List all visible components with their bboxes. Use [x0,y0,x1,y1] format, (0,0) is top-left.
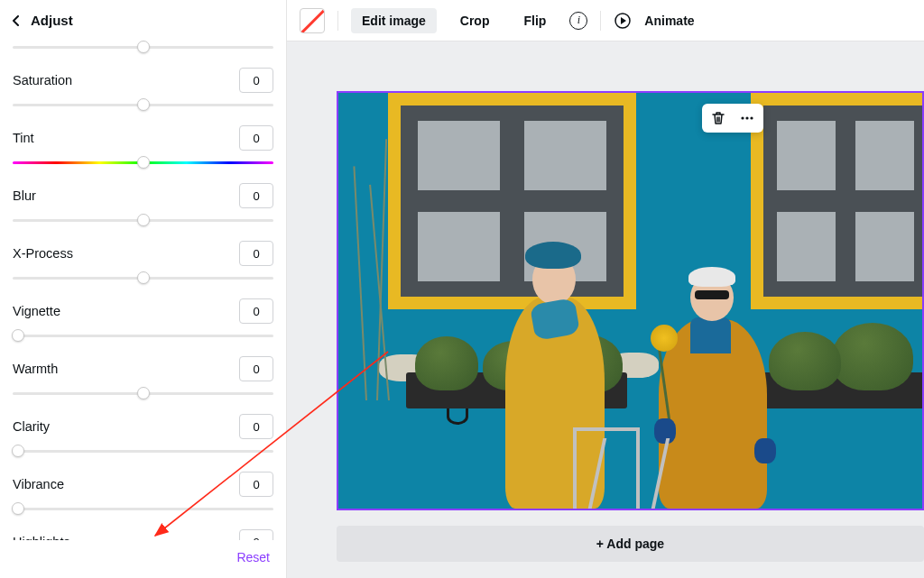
slider-clarity[interactable] [13,445,273,457]
slider-saturation[interactable] [13,98,273,111]
reset-button[interactable]: Reset [236,550,270,564]
adjust-header[interactable]: Adjust [0,0,286,37]
value-highlights[interactable]: 0 [239,529,273,540]
value-saturation[interactable]: 0 [239,68,273,93]
slider-xprocess[interactable] [13,271,273,284]
add-page-label: + Add page [596,537,664,551]
slider-vignette[interactable] [13,329,273,342]
label-tint: Tint [13,131,34,145]
slider-vibrance[interactable] [13,502,273,515]
animate-button[interactable]: Animate [644,8,705,33]
image-toolbar: Edit image Crop Flip i Animate [287,0,924,41]
background-color-swatch[interactable] [300,8,325,33]
animate-icon [614,12,632,30]
toolbar-divider [600,11,601,31]
adjust-title: Adjust [31,13,73,28]
value-xprocess[interactable]: 0 [239,241,273,266]
adjust-list: Saturation0 Tint0 Blur0 X-Process0 Vigne… [0,37,286,540]
label-vignette: Vignette [13,304,60,318]
slider-warmth[interactable] [13,387,273,399]
add-page-button[interactable]: + Add page [337,526,924,562]
label-blur: Blur [13,188,36,203]
flip-button[interactable]: Flip [513,8,557,33]
main-area: Edit image Crop Flip i Animate [287,0,924,578]
trash-icon[interactable] [709,109,727,127]
label-warmth: Warmth [13,362,58,376]
label-vibrance: Vibrance [13,477,64,491]
more-icon[interactable] [738,109,756,127]
label-clarity: Clarity [13,419,50,434]
svg-point-2 [745,116,748,119]
selected-image[interactable] [337,91,924,510]
edit-image-button[interactable]: Edit image [351,8,437,33]
slider-blur[interactable] [13,214,273,226]
value-warmth[interactable]: 0 [239,356,273,381]
adjust-panel: Adjust Saturation0 Tint0 Blur0 X-Process… [0,0,287,578]
value-vibrance[interactable]: 0 [239,472,273,497]
slider-tint[interactable] [13,156,273,169]
floating-toolbar [702,104,763,133]
label-saturation: Saturation [13,73,72,87]
chevron-left-icon [9,14,23,28]
crop-button[interactable]: Crop [449,8,501,33]
toolbar-divider [337,11,338,31]
info-icon[interactable]: i [569,12,587,30]
value-clarity[interactable]: 0 [239,414,273,439]
slider-truncated[interactable] [13,41,273,53]
svg-point-3 [750,116,753,119]
canvas-wrap: + Add page [287,41,924,578]
value-blur[interactable]: 0 [239,183,273,208]
label-xprocess: X-Process [13,246,73,261]
value-vignette[interactable]: 0 [239,298,273,324]
value-tint[interactable]: 0 [239,125,273,151]
svg-point-1 [741,116,744,119]
